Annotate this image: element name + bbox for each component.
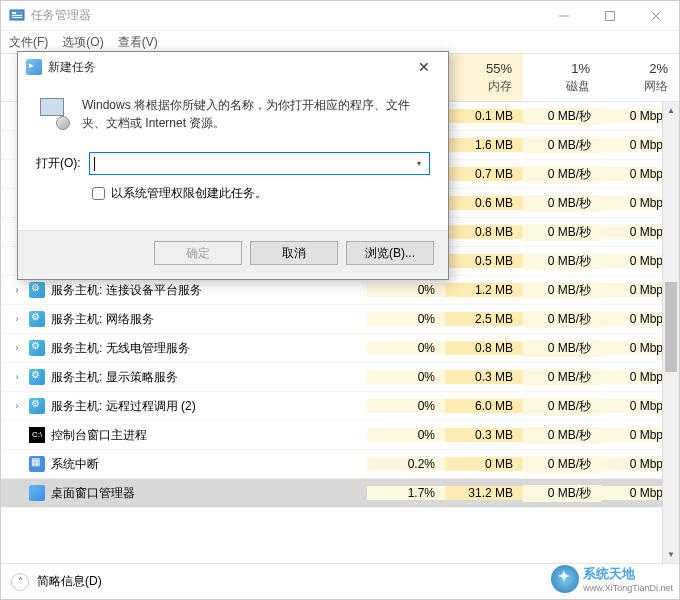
mem-cell: 0.5 MB <box>445 254 523 268</box>
gear-icon <box>29 369 45 385</box>
cpu-cell: 0% <box>367 312 445 326</box>
admin-checkbox[interactable] <box>92 187 105 200</box>
cpu-cell: 0% <box>367 370 445 384</box>
open-combobox[interactable]: ▾ <box>89 152 430 175</box>
app-icon <box>9 8 25 24</box>
expand-icon[interactable]: › <box>11 372 23 382</box>
mem-cell: 0.8 MB <box>445 225 523 239</box>
cancel-button[interactable]: 取消 <box>250 241 338 265</box>
table-row[interactable]: › 服务主机: 无线电管理服务 0% 0.8 MB 0 MB/秒 0 Mbps <box>1 334 679 363</box>
process-name: 系统中断 <box>51 456 99 473</box>
scroll-down-arrow[interactable]: ▼ <box>663 546 679 563</box>
table-row[interactable]: C:\ 控制台窗口主进程 0% 0.3 MB 0 MB/秒 0 Mbps <box>1 421 679 450</box>
dialog-titlebar[interactable]: 新建任务 ✕ <box>18 52 448 82</box>
watermark: 系统天地 www.XiTongTianDi.net <box>551 565 673 593</box>
disk-cell: 0 MB/秒 <box>523 282 601 299</box>
open-label: 打开(O): <box>36 155 81 172</box>
minimize-button[interactable] <box>541 1 587 31</box>
col-memory[interactable]: 55% 内存 <box>445 54 523 101</box>
cpu-cell: 0.2% <box>367 457 445 471</box>
disk-cell: 0 MB/秒 <box>523 485 601 502</box>
table-row[interactable]: › 服务主机: 连接设备平台服务 0% 1.2 MB 0 MB/秒 0 Mbps <box>1 276 679 305</box>
run-dialog: 新建任务 ✕ Windows 将根据你所键入的名称，为你打开相应的程序、文件夹、… <box>17 51 449 280</box>
close-button[interactable] <box>633 1 679 31</box>
open-input[interactable] <box>95 157 425 171</box>
menu-options[interactable]: 选项(O) <box>62 34 103 51</box>
svg-rect-5 <box>606 11 615 20</box>
disk-cell: 0 MB/秒 <box>523 195 601 212</box>
watermark-name: 系统天地 <box>583 566 635 581</box>
menubar: 文件(F) 选项(O) 查看(V) <box>1 31 679 53</box>
cpu-cell: 1.7% <box>367 486 445 500</box>
watermark-url: www.XiTongTianDi.net <box>583 583 673 593</box>
browse-button[interactable]: 浏览(B)... <box>346 241 434 265</box>
collapse-icon[interactable]: ˄ <box>11 573 29 591</box>
mem-cell: 0.1 MB <box>445 109 523 123</box>
ok-button[interactable]: 确定 <box>154 241 242 265</box>
gear-icon <box>29 311 45 327</box>
mem-cell: 1.2 MB <box>445 283 523 297</box>
disk-cell: 0 MB/秒 <box>523 311 601 328</box>
dwm-icon <box>29 485 45 501</box>
col-disk[interactable]: 1% 磁盘 <box>523 54 601 101</box>
table-row[interactable]: › 服务主机: 远程过程调用 (2) 0% 6.0 MB 0 MB/秒 0 Mb… <box>1 392 679 421</box>
process-name: 桌面窗口管理器 <box>51 485 135 502</box>
run-icon <box>36 96 70 130</box>
svg-rect-2 <box>12 15 22 16</box>
disk-cell: 0 MB/秒 <box>523 137 601 154</box>
expand-icon[interactable]: › <box>11 314 23 324</box>
table-row[interactable]: 系统中断 0.2% 0 MB 0 MB/秒 0 Mbps <box>1 450 679 479</box>
disk-cell: 0 MB/秒 <box>523 224 601 241</box>
scroll-up-arrow[interactable]: ▲ <box>663 102 679 119</box>
svg-rect-1 <box>12 12 16 14</box>
process-name: 服务主机: 连接设备平台服务 <box>51 282 202 299</box>
mem-cell: 2.5 MB <box>445 312 523 326</box>
menu-view[interactable]: 查看(V) <box>118 34 158 51</box>
expand-icon[interactable]: › <box>11 285 23 295</box>
mem-cell: 0.8 MB <box>445 341 523 355</box>
mem-cell: 0.7 MB <box>445 167 523 181</box>
titlebar: 任务管理器 <box>1 1 679 31</box>
process-name: 服务主机: 网络服务 <box>51 311 154 328</box>
mem-cell: 0 MB <box>445 457 523 471</box>
mem-cell: 0.3 MB <box>445 428 523 442</box>
expand-icon[interactable]: › <box>11 343 23 353</box>
cpu-cell: 0% <box>367 283 445 297</box>
run-dialog-icon <box>26 59 42 75</box>
mem-cell: 0.3 MB <box>445 370 523 384</box>
cpu-cell: 0% <box>367 341 445 355</box>
menu-file[interactable]: 文件(F) <box>9 34 48 51</box>
disk-cell: 0 MB/秒 <box>523 108 601 125</box>
admin-checkbox-label: 以系统管理权限创建此任务。 <box>111 185 267 202</box>
process-name: 服务主机: 无线电管理服务 <box>51 340 190 357</box>
disk-cell: 0 MB/秒 <box>523 340 601 357</box>
mem-cell: 6.0 MB <box>445 399 523 413</box>
scroll-thumb[interactable] <box>665 282 677 372</box>
expand-icon[interactable]: › <box>11 401 23 411</box>
process-name: 控制台窗口主进程 <box>51 427 147 444</box>
disk-cell: 0 MB/秒 <box>523 398 601 415</box>
table-row[interactable]: 桌面窗口管理器 1.7% 31.2 MB 0 MB/秒 0 Mbps <box>1 479 679 508</box>
cmd-icon: C:\ <box>29 427 45 443</box>
gear-icon <box>29 340 45 356</box>
dialog-description: Windows 将根据你所键入的名称，为你打开相应的程序、文件夹、文档或 Int… <box>82 96 430 132</box>
dialog-close-button[interactable]: ✕ <box>408 59 440 75</box>
mem-cell: 31.2 MB <box>445 486 523 500</box>
svg-rect-3 <box>12 17 22 18</box>
process-name: 服务主机: 远程过程调用 (2) <box>51 398 196 415</box>
disk-cell: 0 MB/秒 <box>523 166 601 183</box>
less-info-link[interactable]: 简略信息(D) <box>37 573 102 590</box>
cpu-cell: 0% <box>367 399 445 413</box>
maximize-button[interactable] <box>587 1 633 31</box>
combo-dropdown-icon[interactable]: ▾ <box>411 155 427 172</box>
dialog-title: 新建任务 <box>48 59 408 76</box>
table-row[interactable]: › 服务主机: 网络服务 0% 2.5 MB 0 MB/秒 0 Mbps <box>1 305 679 334</box>
gear-icon <box>29 282 45 298</box>
disk-cell: 0 MB/秒 <box>523 427 601 444</box>
window-title: 任务管理器 <box>31 7 541 24</box>
table-row[interactable]: › 服务主机: 显示策略服务 0% 0.3 MB 0 MB/秒 0 Mbps <box>1 363 679 392</box>
vertical-scrollbar[interactable]: ▲ ▼ <box>662 102 679 563</box>
watermark-icon <box>551 565 579 593</box>
col-network[interactable]: 2% 网络 <box>601 54 679 101</box>
gear-icon <box>29 398 45 414</box>
